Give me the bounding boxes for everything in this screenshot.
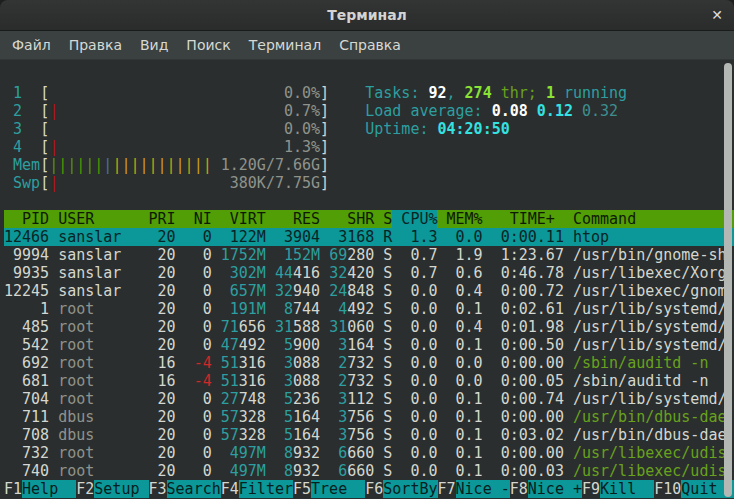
process-row[interactable]: 692 root 16 -4 51316 3088 2732 S 0.0 0.0… — [4, 354, 734, 372]
text-segment: 756 — [347, 408, 374, 426]
scrollbar[interactable] — [724, 63, 732, 497]
fn-key-f8: F8 — [510, 480, 528, 498]
text-segment: [ — [40, 174, 49, 192]
fn-label-sortby[interactable]: SortBy — [383, 480, 437, 498]
text-segment: , — [447, 84, 465, 102]
text-segment: 328 — [239, 408, 266, 426]
menu-item-view[interactable]: Вид — [131, 34, 177, 56]
command: /usr/libexec/udis — [573, 444, 727, 462]
process-row[interactable]: 485 root 20 0 71656 31588 31060 S 0.0 0.… — [4, 318, 734, 336]
text-segment: 236 — [293, 390, 320, 408]
mem-bar-cache: ||||||||||| — [112, 156, 211, 174]
user: root — [58, 372, 139, 390]
process-row[interactable]: 1 root 20 0 191M 8744 4492 S 0.0 0.1 0:0… — [4, 300, 734, 318]
text-segment — [266, 390, 275, 408]
table-header[interactable]: PID USER PRI NI VIRT RES SHR S CPU% MEM%… — [4, 210, 734, 228]
command: /usr/libexec/gnom — [573, 282, 727, 300]
fn-label-setup[interactable]: Setup — [94, 480, 148, 498]
text-segment — [320, 300, 329, 318]
fn-label-tree[interactable]: Tree — [311, 480, 365, 498]
load-label: Load average: — [365, 102, 491, 120]
fn-label-nice-minus[interactable]: Nice - — [456, 480, 510, 498]
process-row[interactable]: 708 dbus 20 0 57328 5164 3756 S 0.0 0.1 … — [4, 426, 734, 444]
text-segment: 660 — [347, 444, 374, 462]
res: 3 — [275, 372, 293, 390]
text-segment: 20 0 — [139, 426, 220, 444]
virt: 1752M — [221, 246, 266, 264]
function-key-bar[interactable]: F1Help F2Setup F3SearchF4FilterF5Tree F6… — [4, 480, 734, 498]
process-row[interactable]: 9935 sanslar 20 0 302M 44416 32420 S 0.7… — [4, 264, 734, 282]
swap-meter: Swp[| 380K/7.75G] — [4, 174, 734, 192]
shr: 32 — [329, 264, 347, 282]
virt: 51 — [221, 354, 239, 372]
process-row[interactable]: 12245 sanslar 20 0 657M 32940 24848 S 0.… — [4, 282, 734, 300]
text-segment: 932 — [293, 462, 320, 480]
cpu2-value: 0.7% — [284, 102, 320, 120]
text-segment: 20 0 — [139, 264, 220, 282]
text-segment: 756 — [347, 426, 374, 444]
text-segment — [266, 246, 275, 264]
process-row[interactable]: 740 root 20 0 497M 8932 6660 S 0.0 0.1 0… — [4, 462, 734, 480]
text-segment: ] — [320, 138, 329, 156]
text-segment: S 0.0 0.1 0:00.50 — [374, 336, 573, 354]
res: 5 — [275, 408, 293, 426]
res: 5 — [275, 336, 293, 354]
text-segment — [320, 390, 329, 408]
text-segment: running — [555, 84, 627, 102]
process-row-selected[interactable]: 12466 sanslar 20 0 122M 3904 3168 R 1.3 … — [4, 228, 734, 246]
user: root — [58, 462, 139, 480]
menu-item-help[interactable]: Справка — [330, 34, 410, 56]
process-row[interactable]: 711 dbus 20 0 57328 5164 3756 S 0.0 0.1 … — [4, 408, 734, 426]
text-segment: 932 — [293, 444, 320, 462]
nice: -4 — [185, 372, 212, 390]
menu-item-search[interactable]: Поиск — [177, 34, 239, 56]
text-segment: 20 0 — [139, 282, 220, 300]
process-row[interactable]: 542 root 20 0 47492 5900 3164 S 0.0 0.1 … — [4, 336, 734, 354]
process-row[interactable]: 704 root 20 0 27748 5236 3112 S 0.0 0.1 … — [4, 390, 734, 408]
menu-item-edit[interactable]: Правка — [60, 34, 131, 56]
titlebar[interactable]: Терминал ✕ — [0, 0, 734, 31]
text-segment: [ — [40, 156, 49, 174]
shr: 2 — [329, 372, 347, 390]
text-segment: [ — [40, 138, 49, 156]
swp-value: 380K/7.75G — [230, 174, 320, 192]
text-segment — [266, 282, 275, 300]
text-segment: 164 — [293, 426, 320, 444]
process-row[interactable]: 732 root 20 0 497M 8932 6660 S 0.0 0.1 0… — [4, 444, 734, 462]
text-segment: 420 — [347, 264, 374, 282]
text-segment: 164 — [293, 408, 320, 426]
text-segment — [320, 318, 329, 336]
tasks-label: Tasks: — [365, 84, 428, 102]
virt: 57 — [221, 408, 239, 426]
menu-item-file[interactable]: Файл — [3, 34, 60, 56]
text-segment — [320, 408, 329, 426]
menu-item-terminal[interactable]: Терминал — [240, 34, 330, 56]
menubar: Файл Правка Вид Поиск Терминал Справка — [0, 31, 734, 60]
text-segment: S 0.0 0.1 0:03.02 — [374, 426, 573, 444]
text-segment: 900 — [293, 336, 320, 354]
command: /usr/lib/systemd/ — [573, 390, 727, 408]
fn-label-nice-plus[interactable]: Nice + — [528, 480, 582, 498]
text-segment — [4, 138, 13, 156]
text-segment — [320, 462, 329, 480]
pid: 704 — [4, 390, 58, 408]
res: 31 — [275, 318, 293, 336]
text-segment — [4, 102, 13, 120]
command: /usr/bin/dbus-dae — [573, 426, 727, 444]
process-row[interactable]: 9994 sanslar 20 0 1752M 152M 69280 S 0.7… — [4, 246, 734, 264]
text-segment: 20 0 — [139, 318, 220, 336]
fn-label-filter[interactable]: Filter — [239, 480, 293, 498]
fn-label-help[interactable]: Help — [22, 480, 76, 498]
process-row[interactable]: 681 root 16 -4 51316 3088 2732 S 0.0 0.0… — [4, 372, 734, 390]
text-segment — [329, 102, 365, 120]
text-segment — [58, 174, 230, 192]
text-segment — [22, 138, 40, 156]
pid: 711 — [4, 408, 58, 426]
command: /usr/lib/systemd/ — [573, 300, 727, 318]
text-segment: 328 — [239, 426, 266, 444]
cpu2-label: 2 — [13, 102, 22, 120]
shr: 3 — [329, 390, 347, 408]
fn-label-kill[interactable]: Kill — [600, 480, 654, 498]
fn-label-search[interactable]: Search — [167, 480, 221, 498]
close-icon[interactable]: ✕ — [711, 8, 723, 22]
